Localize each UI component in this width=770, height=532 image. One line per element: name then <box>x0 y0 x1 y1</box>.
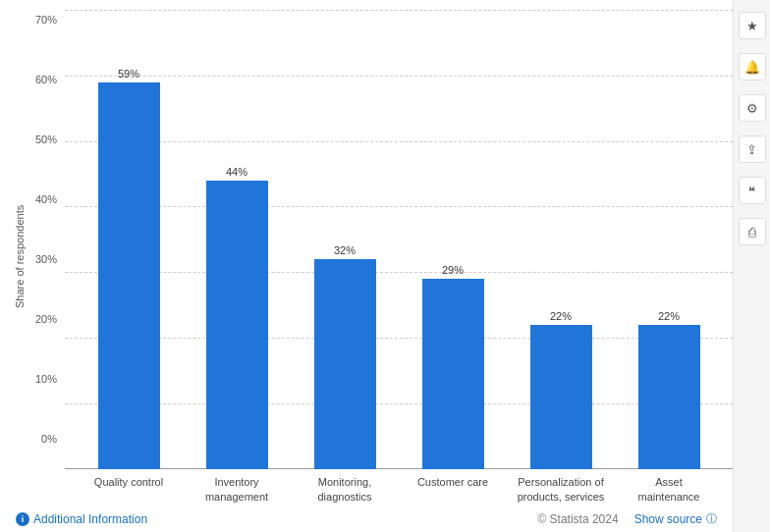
chart-container: Share of respondents 70%60%50%40%30%20%1… <box>10 10 733 504</box>
bar-value-label: 22% <box>550 310 572 322</box>
bar-group: 29% <box>409 10 497 469</box>
y-tick: 0% <box>41 434 57 445</box>
bar-group: 59% <box>84 10 173 469</box>
bar-group: 22% <box>625 10 713 469</box>
y-axis: 70%60%50%40%30%20%10%0% <box>29 10 65 504</box>
chart-plot: 59%44%32%29%22%22% Quality controlInvent… <box>65 10 733 504</box>
show-source-button[interactable]: Show source ⓘ <box>634 511 717 526</box>
quote-icon[interactable]: ❝ <box>739 177 766 204</box>
show-source-label: Show source <box>634 512 702 526</box>
bar-value-label: 32% <box>334 244 356 256</box>
x-label: Customer care <box>409 475 497 504</box>
main-content: Share of respondents 70%60%50%40%30%20%1… <box>0 0 733 532</box>
sidebar: ★🔔⚙⇪❝⎙ <box>733 0 770 532</box>
bar <box>98 82 160 470</box>
bar-value-label: 22% <box>658 310 680 322</box>
y-tick: 20% <box>35 314 57 325</box>
print-icon[interactable]: ⎙ <box>739 218 766 245</box>
info-icon-source: ⓘ <box>706 511 717 526</box>
bell-icon[interactable]: 🔔 <box>739 53 766 80</box>
share-icon[interactable]: ⇪ <box>739 135 766 163</box>
bar-value-label: 59% <box>118 68 139 80</box>
y-axis-title: Share of respondents <box>10 10 29 504</box>
bar-value-label: 44% <box>226 166 248 178</box>
x-label: Personalization of products, services <box>517 475 605 504</box>
footer-right: © Statista 2024 Show source ⓘ <box>537 511 717 526</box>
x-label: Quality control <box>84 475 173 504</box>
star-icon[interactable]: ★ <box>739 12 766 39</box>
bar <box>530 325 592 469</box>
bar-value-label: 29% <box>442 264 464 276</box>
x-label: Asset maintenance <box>625 475 713 504</box>
y-tick: 10% <box>35 374 57 385</box>
y-tick: 60% <box>35 75 57 85</box>
bar <box>314 259 376 469</box>
statista-credit: © Statista 2024 <box>537 512 618 526</box>
x-labels: Quality controlInventory managementMonit… <box>65 469 733 504</box>
y-tick: 50% <box>35 134 57 145</box>
y-tick: 30% <box>35 254 57 265</box>
additional-info-label: Additional Information <box>33 512 147 526</box>
bar <box>638 325 700 469</box>
y-tick: 70% <box>35 15 57 26</box>
footer: i Additional Information © Statista 2024… <box>10 504 733 532</box>
bar-group: 22% <box>517 10 605 469</box>
bars-container: 59%44%32%29%22%22% <box>65 10 733 469</box>
x-label: Inventory management <box>192 475 281 504</box>
bars-row: 59%44%32%29%22%22% <box>65 10 733 469</box>
y-tick: 40% <box>35 194 57 205</box>
additional-info-button[interactable]: i Additional Information <box>16 512 147 526</box>
x-label: Monitoring, diagnostics <box>301 475 389 504</box>
bar-group: 44% <box>192 10 281 469</box>
info-icon: i <box>16 512 29 526</box>
chart-inner: Share of respondents 70%60%50%40%30%20%1… <box>10 10 733 504</box>
bar <box>422 279 484 469</box>
bar <box>206 181 268 469</box>
gear-icon[interactable]: ⚙ <box>739 94 766 122</box>
bar-group: 32% <box>301 10 389 469</box>
